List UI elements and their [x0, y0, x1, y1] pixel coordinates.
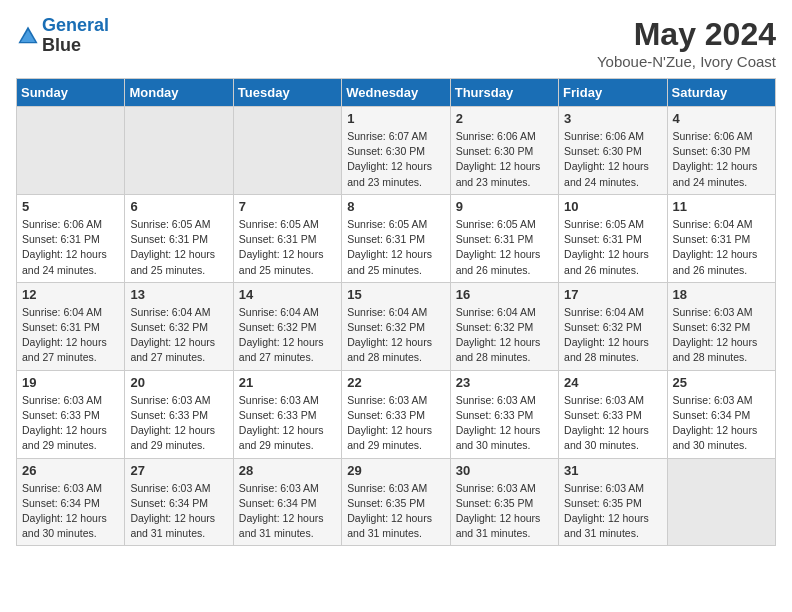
day-info: Sunrise: 6:03 AMSunset: 6:34 PMDaylight:…: [130, 481, 227, 542]
day-number: 21: [239, 375, 336, 390]
calendar-cell: 31Sunrise: 6:03 AMSunset: 6:35 PMDayligh…: [559, 458, 667, 546]
day-info: Sunrise: 6:04 AMSunset: 6:32 PMDaylight:…: [347, 305, 444, 366]
calendar-cell: [125, 107, 233, 195]
day-info: Sunrise: 6:07 AMSunset: 6:30 PMDaylight:…: [347, 129, 444, 190]
weekday-saturday: Saturday: [667, 79, 775, 107]
logo: GeneralBlue: [16, 16, 109, 56]
week-row-3: 19Sunrise: 6:03 AMSunset: 6:33 PMDayligh…: [17, 370, 776, 458]
day-number: 13: [130, 287, 227, 302]
calendar-cell: [233, 107, 341, 195]
calendar-cell: 15Sunrise: 6:04 AMSunset: 6:32 PMDayligh…: [342, 282, 450, 370]
calendar-cell: 30Sunrise: 6:03 AMSunset: 6:35 PMDayligh…: [450, 458, 558, 546]
day-info: Sunrise: 6:03 AMSunset: 6:33 PMDaylight:…: [347, 393, 444, 454]
day-info: Sunrise: 6:05 AMSunset: 6:31 PMDaylight:…: [347, 217, 444, 278]
title-block: May 2024 Yoboue-N'Zue, Ivory Coast: [597, 16, 776, 70]
weekday-tuesday: Tuesday: [233, 79, 341, 107]
calendar-subtitle: Yoboue-N'Zue, Ivory Coast: [597, 53, 776, 70]
day-number: 25: [673, 375, 770, 390]
day-info: Sunrise: 6:03 AMSunset: 6:35 PMDaylight:…: [564, 481, 661, 542]
day-number: 9: [456, 199, 553, 214]
day-number: 23: [456, 375, 553, 390]
day-number: 30: [456, 463, 553, 478]
weekday-friday: Friday: [559, 79, 667, 107]
day-info: Sunrise: 6:06 AMSunset: 6:31 PMDaylight:…: [22, 217, 119, 278]
day-number: 7: [239, 199, 336, 214]
page-header: GeneralBlue May 2024 Yoboue-N'Zue, Ivory…: [16, 16, 776, 70]
week-row-1: 5Sunrise: 6:06 AMSunset: 6:31 PMDaylight…: [17, 194, 776, 282]
day-number: 1: [347, 111, 444, 126]
week-row-2: 12Sunrise: 6:04 AMSunset: 6:31 PMDayligh…: [17, 282, 776, 370]
day-number: 3: [564, 111, 661, 126]
calendar-title: May 2024: [597, 16, 776, 53]
day-info: Sunrise: 6:06 AMSunset: 6:30 PMDaylight:…: [456, 129, 553, 190]
day-info: Sunrise: 6:04 AMSunset: 6:31 PMDaylight:…: [673, 217, 770, 278]
day-number: 10: [564, 199, 661, 214]
calendar-cell: 13Sunrise: 6:04 AMSunset: 6:32 PMDayligh…: [125, 282, 233, 370]
weekday-thursday: Thursday: [450, 79, 558, 107]
calendar-cell: [667, 458, 775, 546]
logo-icon: [16, 24, 40, 48]
day-info: Sunrise: 6:04 AMSunset: 6:32 PMDaylight:…: [456, 305, 553, 366]
day-number: 27: [130, 463, 227, 478]
day-info: Sunrise: 6:03 AMSunset: 6:35 PMDaylight:…: [347, 481, 444, 542]
day-info: Sunrise: 6:05 AMSunset: 6:31 PMDaylight:…: [130, 217, 227, 278]
day-number: 22: [347, 375, 444, 390]
day-number: 15: [347, 287, 444, 302]
day-number: 20: [130, 375, 227, 390]
day-number: 28: [239, 463, 336, 478]
day-info: Sunrise: 6:04 AMSunset: 6:32 PMDaylight:…: [130, 305, 227, 366]
weekday-sunday: Sunday: [17, 79, 125, 107]
day-info: Sunrise: 6:03 AMSunset: 6:34 PMDaylight:…: [239, 481, 336, 542]
day-number: 4: [673, 111, 770, 126]
calendar-cell: 9Sunrise: 6:05 AMSunset: 6:31 PMDaylight…: [450, 194, 558, 282]
calendar-cell: 22Sunrise: 6:03 AMSunset: 6:33 PMDayligh…: [342, 370, 450, 458]
day-number: 6: [130, 199, 227, 214]
calendar-cell: 16Sunrise: 6:04 AMSunset: 6:32 PMDayligh…: [450, 282, 558, 370]
calendar-cell: 20Sunrise: 6:03 AMSunset: 6:33 PMDayligh…: [125, 370, 233, 458]
calendar-cell: 8Sunrise: 6:05 AMSunset: 6:31 PMDaylight…: [342, 194, 450, 282]
calendar-cell: 2Sunrise: 6:06 AMSunset: 6:30 PMDaylight…: [450, 107, 558, 195]
calendar-cell: 29Sunrise: 6:03 AMSunset: 6:35 PMDayligh…: [342, 458, 450, 546]
day-info: Sunrise: 6:03 AMSunset: 6:33 PMDaylight:…: [130, 393, 227, 454]
day-info: Sunrise: 6:03 AMSunset: 6:34 PMDaylight:…: [673, 393, 770, 454]
day-info: Sunrise: 6:05 AMSunset: 6:31 PMDaylight:…: [456, 217, 553, 278]
weekday-header-row: SundayMondayTuesdayWednesdayThursdayFrid…: [17, 79, 776, 107]
calendar-cell: 4Sunrise: 6:06 AMSunset: 6:30 PMDaylight…: [667, 107, 775, 195]
day-number: 18: [673, 287, 770, 302]
calendar-cell: [17, 107, 125, 195]
day-number: 5: [22, 199, 119, 214]
day-number: 12: [22, 287, 119, 302]
calendar-cell: 27Sunrise: 6:03 AMSunset: 6:34 PMDayligh…: [125, 458, 233, 546]
day-info: Sunrise: 6:04 AMSunset: 6:31 PMDaylight:…: [22, 305, 119, 366]
day-number: 11: [673, 199, 770, 214]
day-number: 26: [22, 463, 119, 478]
day-info: Sunrise: 6:03 AMSunset: 6:33 PMDaylight:…: [456, 393, 553, 454]
calendar-cell: 10Sunrise: 6:05 AMSunset: 6:31 PMDayligh…: [559, 194, 667, 282]
day-number: 17: [564, 287, 661, 302]
day-number: 24: [564, 375, 661, 390]
day-info: Sunrise: 6:03 AMSunset: 6:33 PMDaylight:…: [22, 393, 119, 454]
day-number: 14: [239, 287, 336, 302]
day-number: 19: [22, 375, 119, 390]
day-info: Sunrise: 6:06 AMSunset: 6:30 PMDaylight:…: [564, 129, 661, 190]
day-info: Sunrise: 6:04 AMSunset: 6:32 PMDaylight:…: [239, 305, 336, 366]
calendar-cell: 6Sunrise: 6:05 AMSunset: 6:31 PMDaylight…: [125, 194, 233, 282]
calendar-cell: 7Sunrise: 6:05 AMSunset: 6:31 PMDaylight…: [233, 194, 341, 282]
day-info: Sunrise: 6:05 AMSunset: 6:31 PMDaylight:…: [239, 217, 336, 278]
day-number: 16: [456, 287, 553, 302]
calendar-cell: 25Sunrise: 6:03 AMSunset: 6:34 PMDayligh…: [667, 370, 775, 458]
calendar-cell: 1Sunrise: 6:07 AMSunset: 6:30 PMDaylight…: [342, 107, 450, 195]
calendar-cell: 11Sunrise: 6:04 AMSunset: 6:31 PMDayligh…: [667, 194, 775, 282]
calendar-cell: 18Sunrise: 6:03 AMSunset: 6:32 PMDayligh…: [667, 282, 775, 370]
weekday-monday: Monday: [125, 79, 233, 107]
calendar-cell: 14Sunrise: 6:04 AMSunset: 6:32 PMDayligh…: [233, 282, 341, 370]
day-number: 8: [347, 199, 444, 214]
day-number: 31: [564, 463, 661, 478]
day-info: Sunrise: 6:03 AMSunset: 6:33 PMDaylight:…: [239, 393, 336, 454]
calendar-cell: 3Sunrise: 6:06 AMSunset: 6:30 PMDaylight…: [559, 107, 667, 195]
week-row-4: 26Sunrise: 6:03 AMSunset: 6:34 PMDayligh…: [17, 458, 776, 546]
calendar-cell: 21Sunrise: 6:03 AMSunset: 6:33 PMDayligh…: [233, 370, 341, 458]
week-row-0: 1Sunrise: 6:07 AMSunset: 6:30 PMDaylight…: [17, 107, 776, 195]
day-info: Sunrise: 6:04 AMSunset: 6:32 PMDaylight:…: [564, 305, 661, 366]
calendar-cell: 12Sunrise: 6:04 AMSunset: 6:31 PMDayligh…: [17, 282, 125, 370]
